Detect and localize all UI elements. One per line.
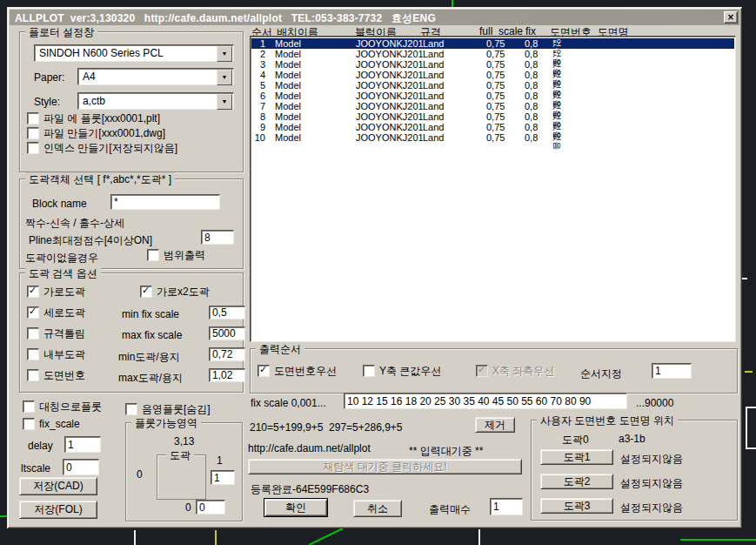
- list-row[interactable]: 4ModelJOOYONKJ201Land0,750,8없음: [251, 70, 734, 80]
- chevron-down-icon[interactable]: ▼: [217, 46, 232, 62]
- y-axis-priority-checkbox[interactable]: Y축 큰값우선: [363, 365, 441, 377]
- plot-list[interactable]: 1ModelJOOYONKJ201Land0,750,8없음2ModelJOOY…: [250, 36, 736, 342]
- min-fix-scale-input[interactable]: [209, 306, 245, 320]
- chevron-down-icon[interactable]: ▼: [217, 70, 232, 85]
- save-fol-button[interactable]: 저장(FOL): [19, 501, 97, 519]
- drawing-no-first-checkbox[interactable]: 도면번호우선: [258, 365, 337, 377]
- style-select[interactable]: a,ctb ▼: [77, 92, 234, 110]
- list-row[interactable]: 1ModelJOOYONKJ201Land0,750,8없음: [251, 38, 734, 49]
- list-row[interactable]: 2ModelJOOYONKJ201Land0,750,8없음: [251, 49, 734, 59]
- cafe-url-text: http://cafe.daum.net/allplot: [248, 442, 371, 454]
- cell-full-scale: 0,75: [486, 122, 505, 132]
- paper-select[interactable]: A4 ▼: [77, 68, 234, 85]
- output-order-group: 출력순서 도면번호우선 Y축 큰값우선 X축 좌측우선 순서지정: [250, 348, 738, 394]
- horizontal-x2-checkbox[interactable]: 가로x2도곽: [140, 286, 210, 298]
- max-fix-scale-input[interactable]: [209, 326, 245, 340]
- cell-no: 10: [252, 132, 265, 143]
- pline-max-input[interactable]: [201, 230, 234, 245]
- checkbox-label: 음영플롯[숨김]: [142, 402, 211, 417]
- cell-no: 5: [252, 80, 265, 91]
- cell-size: Land: [423, 59, 444, 70]
- cell-full-scale: 0,75: [486, 49, 505, 59]
- cell-block: JOOYONKJ201: [356, 49, 424, 59]
- make-file-checkbox[interactable]: 파일 만들기[xxx0001,dwg]: [27, 127, 165, 139]
- checkbox-box: [27, 327, 39, 340]
- max-fix-scale-label: max fix scale: [122, 329, 182, 341]
- plotter-settings-group: 플로터 설정창 SINDOH N600 Series PCL ▼ Paper: …: [19, 31, 244, 172]
- frame1-button[interactable]: 도곽1: [540, 449, 613, 465]
- mirror-plot-checkbox[interactable]: 대칭으로플롯: [23, 400, 102, 413]
- plotter-settings-title: 플로터 설정창: [25, 25, 97, 40]
- vertical-frame-checkbox[interactable]: 세로도곽: [27, 306, 85, 319]
- max-ratio-input[interactable]: [209, 368, 245, 382]
- x-axis-priority-checkbox: X축 좌측우선: [476, 365, 554, 377]
- shade-plot-checkbox[interactable]: 음영플롯[숨김]: [125, 403, 211, 415]
- checkbox-box: [23, 400, 35, 413]
- ok-button[interactable]: 확인: [264, 498, 328, 517]
- cell-layout: Model: [275, 132, 301, 143]
- inner-frame-checkbox[interactable]: 내부도곽: [27, 348, 85, 360]
- style-label: Style:: [34, 96, 60, 108]
- copies-input[interactable]: [490, 498, 523, 515]
- list-row[interactable]: 3ModelJOOYONKJ201Land0,750,8없음: [251, 59, 734, 70]
- cell-full-scale: 0,75: [486, 59, 505, 70]
- checkbox-label: X축 좌측우선: [492, 364, 554, 379]
- frame0-value: a3-1b: [619, 433, 646, 445]
- list-row[interactable]: 5ModelJOOYONKJ201Land0,750,8없음: [251, 80, 734, 91]
- checkbox-label: 가로x2도곽: [157, 285, 210, 299]
- close-button[interactable]: ×: [724, 11, 738, 24]
- no-frame-label: 도곽이없을경우: [25, 251, 98, 266]
- style-value: a,ctb: [83, 95, 105, 107]
- fix-scale-range-label: fix scale 0,001...: [251, 397, 326, 409]
- list-row[interactable]: 9ModelJOOYONKJ201Land0,750,8없음: [251, 122, 734, 132]
- checkbox-label: 규격틀림: [43, 326, 85, 341]
- cell-size: Land: [423, 38, 444, 49]
- cell-no: 6: [252, 91, 265, 101]
- frame-select-hint: 짝수-신속 / 홀수-상세: [25, 216, 124, 231]
- delay-label: delay: [28, 440, 53, 452]
- pline-max-label: Pline최대정점수[4이상ON]: [29, 233, 152, 248]
- min-ratio-input[interactable]: [209, 347, 245, 361]
- checkbox-box: [147, 249, 159, 261]
- remove-button[interactable]: 제거: [475, 417, 515, 433]
- title-bar[interactable]: ALLPLOT ver:3,130320 http://cafe.daum.ne…: [10, 10, 739, 25]
- research-waiting-button[interactable]: 재탐색 대기중 클릭하세요!: [248, 459, 522, 474]
- list-row[interactable]: 10ModelJOOYONKJ201Land0,750,8없음: [251, 132, 734, 143]
- plot-area-right-input[interactable]: [211, 470, 235, 485]
- list-row[interactable]: 8ModelJOOYONKJ201Land0,750,8없음: [251, 111, 734, 122]
- frame2-button[interactable]: 도곽2: [540, 474, 613, 489]
- plot-area-bottom-input[interactable]: [196, 500, 225, 515]
- plot-to-file-checkbox[interactable]: 파일 에 플롯[xxx0001,plt]: [27, 112, 160, 124]
- delay-input[interactable]: [64, 436, 101, 453]
- drawing-no-checkbox[interactable]: 도면번호: [27, 369, 85, 381]
- block-name-input[interactable]: [110, 194, 220, 210]
- cell-size: Land: [423, 111, 444, 122]
- cell-fix: 0,8: [525, 101, 538, 111]
- frame3-button[interactable]: 도곽3: [540, 498, 613, 514]
- printer-select[interactable]: SINDOH N600 Series PCL ▼: [34, 44, 234, 62]
- horizontal-frame-checkbox[interactable]: 가로도곽: [27, 286, 85, 298]
- cell-full-scale: 0,75: [486, 91, 505, 101]
- checkbox-box: [27, 286, 39, 298]
- cell-size: Land: [423, 91, 444, 101]
- printer-value: SINDOH N600 Series PCL: [39, 47, 164, 59]
- fix-scale-list-input[interactable]: [344, 393, 627, 409]
- max-ratio-label: max도곽/용지: [118, 371, 183, 386]
- fix-scale-checkbox[interactable]: fix_scale: [23, 418, 80, 430]
- cancel-button[interactable]: 취소: [353, 500, 402, 517]
- ltscale-input[interactable]: [63, 459, 99, 475]
- save-cad-button[interactable]: 저장(CAD): [19, 477, 97, 495]
- list-row[interactable]: 6ModelJOOYONKJ201Land0,750,8없음: [251, 91, 734, 101]
- make-index-checkbox[interactable]: 인덱스 만들기[저장되지않음]: [27, 142, 177, 154]
- range-output-checkbox[interactable]: 범위출력: [147, 249, 205, 261]
- cell-no: 2: [252, 49, 265, 59]
- frame3-value: 설정되지않음: [620, 501, 683, 515]
- cell-fix: 0,8: [525, 80, 538, 91]
- order-assign-input[interactable]: [652, 363, 692, 379]
- list-row[interactable]: 7ModelJOOYONKJ201Land0,750,8없음: [251, 101, 734, 111]
- cell-size: Land: [423, 122, 444, 132]
- chevron-down-icon[interactable]: ▼: [217, 94, 232, 110]
- size-mismatch-checkbox[interactable]: 규격틀림: [27, 327, 85, 340]
- checkbox-label: 파일 에 플롯[xxx0001,plt]: [43, 111, 160, 126]
- checkbox-box: [140, 286, 152, 298]
